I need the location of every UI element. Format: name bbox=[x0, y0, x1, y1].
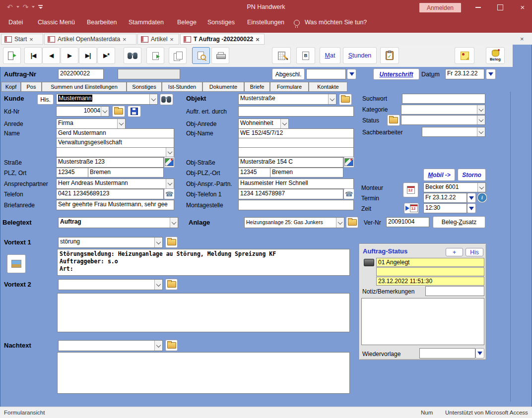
form-tab-dokumente[interactable]: Dokumente bbox=[202, 82, 244, 92]
dropdown-arrow[interactable] bbox=[170, 218, 178, 228]
plz-field[interactable]: 12345 bbox=[56, 168, 88, 178]
storno-button[interactable]: Storno bbox=[458, 169, 486, 181]
status-extra-field[interactable] bbox=[376, 267, 484, 276]
vortext1-image-button[interactable] bbox=[7, 254, 26, 273]
dropdown-arrow[interactable] bbox=[328, 94, 336, 104]
menu-classic-menu[interactable]: Classic Menü bbox=[38, 19, 75, 26]
form-tab-sonstiges[interactable]: Sonstiges bbox=[127, 82, 162, 92]
new-record-button[interactable]: ▶* bbox=[97, 47, 115, 64]
nachtext-textarea[interactable] bbox=[57, 352, 350, 394]
obj-name3-field[interactable] bbox=[238, 147, 354, 157]
menu-sonstiges[interactable]: Sonstiges bbox=[207, 19, 235, 26]
mobil-button[interactable]: Mobil -> bbox=[423, 169, 455, 181]
datum-dropdown-button[interactable] bbox=[486, 69, 496, 79]
dropdown-arrow[interactable] bbox=[477, 105, 485, 114]
tab-close-icon[interactable]: × bbox=[123, 36, 127, 43]
status-folder-button[interactable] bbox=[387, 115, 400, 126]
doc-tab-start[interactable]: Start × bbox=[1, 34, 43, 45]
obj-anspr-field[interactable]: Hausmeister Herr Schnell bbox=[238, 179, 354, 189]
vortext1-textarea[interactable]: Störungsmeldung: Heizunganlage au Störun… bbox=[57, 249, 350, 276]
strasse-field[interactable]: Musterstraße 123 bbox=[56, 157, 164, 168]
obj-name-field[interactable]: WE 152/45/7/12 bbox=[238, 128, 354, 138]
nachtext-combo[interactable] bbox=[58, 340, 163, 351]
name3-combo[interactable] bbox=[56, 147, 174, 157]
form-tab-summen[interactable]: Summen und Einstellungen bbox=[42, 82, 127, 92]
auftr-ert-field[interactable] bbox=[238, 106, 354, 117]
form-tab-pos[interactable]: Pos bbox=[21, 82, 42, 92]
checklist-button[interactable]: ✓ bbox=[380, 47, 399, 64]
dropdown-arrow[interactable] bbox=[477, 183, 485, 192]
doc-tab-artikel-openmasterdata[interactable]: Artikel OpenMasterdata × bbox=[44, 34, 136, 45]
notiz-field[interactable] bbox=[425, 286, 484, 296]
copy-button[interactable] bbox=[169, 47, 187, 64]
abgeschl-button[interactable]: Abgeschl. bbox=[272, 68, 305, 80]
exit-button[interactable] bbox=[3, 47, 21, 64]
zeit-dropdown-button[interactable] bbox=[467, 203, 476, 213]
status-add-button[interactable]: + bbox=[446, 248, 463, 256]
name2-field[interactable]: Verwaltungsgesellschaft bbox=[56, 138, 174, 148]
close-button[interactable]: × bbox=[514, 0, 531, 14]
bemerkungen-textarea[interactable] bbox=[361, 298, 484, 345]
dropdown-arrow[interactable] bbox=[117, 119, 125, 128]
objekt-combo[interactable]: Musterstraße bbox=[238, 94, 336, 105]
last-record-button[interactable]: ▶| bbox=[79, 47, 97, 64]
menu-belege[interactable]: Belege bbox=[177, 19, 197, 26]
suchwort-field[interactable] bbox=[402, 94, 485, 104]
anlage-folder-button[interactable] bbox=[346, 217, 358, 228]
obj-anrede-combo[interactable]: Wohneinheit bbox=[238, 119, 289, 129]
dropdown-arrow[interactable] bbox=[154, 238, 162, 247]
form-tab-kopf[interactable]: Kopf bbox=[1, 82, 21, 92]
vortext1-folder-button[interactable] bbox=[165, 237, 178, 248]
obj-plz-field[interactable]: 12345 bbox=[238, 168, 270, 178]
abgeschl-dropdown-button[interactable] bbox=[347, 69, 356, 79]
stunden-button[interactable]: Stunden bbox=[343, 47, 377, 64]
status-his-button[interactable]: His bbox=[466, 248, 483, 256]
anlage-combo[interactable]: Heizungsanlage 25: Gas Junkers bbox=[244, 217, 344, 228]
tab-close-icon[interactable]: × bbox=[256, 36, 260, 43]
unterschrift-button[interactable]: Unterschrift bbox=[373, 68, 419, 80]
menu-einstellungen[interactable]: Einstellungen bbox=[247, 19, 284, 26]
monteur-combo[interactable]: Becker 6001 bbox=[423, 182, 486, 192]
import-button[interactable] bbox=[146, 47, 164, 64]
menu-datei[interactable]: Datei bbox=[8, 19, 23, 26]
dropdown-arrow[interactable] bbox=[280, 119, 288, 128]
form-tab-briefe[interactable]: Briefe bbox=[244, 82, 270, 92]
telefon-call-button[interactable]: ☎ bbox=[164, 188, 175, 199]
tab-close-icon[interactable]: × bbox=[170, 36, 174, 43]
zeit-field[interactable]: 12:30 bbox=[423, 203, 467, 213]
datum-field[interactable]: Fr 23.12.22 bbox=[445, 69, 484, 79]
first-record-button[interactable]: |◀ bbox=[24, 47, 42, 64]
status-toggle-button[interactable] bbox=[364, 259, 374, 266]
form-tab-kontakte[interactable]: Kontakte bbox=[309, 82, 347, 92]
kdnr-combo[interactable]: 10004 bbox=[56, 106, 109, 117]
dropdown-arrow[interactable] bbox=[477, 127, 485, 136]
auftrag-nr-field[interactable]: 202200022 bbox=[58, 69, 104, 79]
termin-dropdown-button[interactable] bbox=[467, 193, 476, 203]
telefon-field[interactable]: 0421 12345689123 bbox=[56, 189, 164, 199]
dropdown-arrow[interactable] bbox=[477, 116, 485, 124]
obj-name2-field[interactable] bbox=[238, 138, 354, 148]
dropdown-arrow[interactable] bbox=[166, 148, 174, 157]
calculation-button[interactable] bbox=[272, 47, 291, 64]
obj-strasse-map-button[interactable] bbox=[343, 157, 354, 168]
dropdown-arrow[interactable] bbox=[166, 179, 174, 188]
strasse-map-button[interactable] bbox=[164, 157, 175, 168]
nachtext-folder-button[interactable] bbox=[165, 340, 178, 351]
abgeschl-field[interactable] bbox=[306, 69, 346, 79]
vortext2-folder-button[interactable] bbox=[165, 279, 178, 290]
vortext2-textarea[interactable] bbox=[57, 293, 350, 332]
search-button[interactable] bbox=[124, 47, 141, 64]
tell-me-search[interactable]: Was möchten Sie tun? bbox=[305, 19, 367, 26]
zeit-calendar-button[interactable]: 12 bbox=[404, 203, 419, 214]
kunde-his-button[interactable]: His. bbox=[37, 94, 54, 105]
print-button[interactable] bbox=[211, 47, 229, 64]
kunde-combo[interactable]: Mustermann bbox=[56, 94, 158, 105]
status-value-field[interactable]: 01 Angelegt bbox=[376, 258, 484, 267]
status-combo[interactable] bbox=[401, 115, 485, 125]
ort-field[interactable]: Bremen bbox=[88, 168, 164, 178]
kunde-search-button[interactable] bbox=[160, 94, 173, 105]
wiedervorlage-field[interactable] bbox=[419, 348, 475, 358]
wiedervorlage-dropdown-button[interactable] bbox=[475, 348, 484, 358]
menu-bearbeiten[interactable]: Bearbeiten bbox=[87, 19, 117, 26]
next-record-button[interactable]: ▶ bbox=[61, 47, 78, 64]
